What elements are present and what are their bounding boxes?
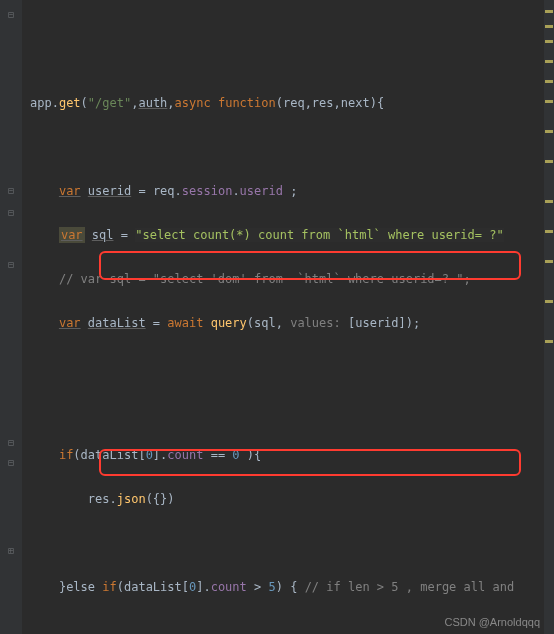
code-line: }else if(dataList[0].count > 5) { // if … bbox=[30, 576, 554, 598]
fold-icon[interactable]: ⊟ bbox=[8, 4, 14, 26]
code-line bbox=[30, 356, 554, 378]
fold-icon[interactable]: ⊟ bbox=[8, 254, 14, 276]
code-line: var dataList = await query(sql, values: … bbox=[30, 312, 554, 334]
code-editor[interactable]: ⊟ ⊟ ⊟ ⊟ ⊟ ⊟ ⊞ app.get("/get",auth,async … bbox=[0, 0, 554, 634]
watermark: CSDN @Arnoldqqq bbox=[444, 616, 540, 628]
gutter: ⊟ ⊟ ⊟ ⊟ ⊟ ⊟ ⊞ bbox=[0, 0, 22, 634]
code-line: app.get("/get",auth,async function(req,r… bbox=[30, 92, 554, 114]
code-line bbox=[30, 400, 554, 422]
code-line: // var sql = "select 'dom' from `html` w… bbox=[30, 268, 554, 290]
fold-icon[interactable]: ⊟ bbox=[8, 180, 14, 202]
code-line: res.json({}) bbox=[30, 488, 554, 510]
code-line bbox=[30, 136, 554, 158]
code-line bbox=[30, 532, 554, 554]
fold-icon[interactable]: ⊟ bbox=[8, 452, 14, 474]
fold-icon[interactable]: ⊞ bbox=[8, 540, 14, 562]
fold-icon[interactable]: ⊟ bbox=[8, 202, 14, 224]
code-line: if(dataList[0].count == 0 ){ bbox=[30, 444, 554, 466]
code-area[interactable]: app.get("/get",auth,async function(req,r… bbox=[30, 70, 554, 634]
minimap[interactable] bbox=[544, 0, 554, 634]
code-line: var userid = req.session.userid ; bbox=[30, 180, 554, 202]
fold-icon[interactable]: ⊟ bbox=[8, 432, 14, 454]
code-line: var sql = "select count(*) count from `h… bbox=[30, 224, 554, 246]
